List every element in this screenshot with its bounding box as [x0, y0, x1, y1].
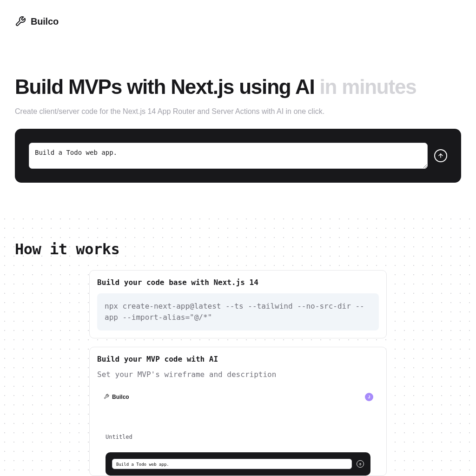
- step-card-1: Build your code base with Next.js 14 npx…: [89, 270, 387, 338]
- wrench-icon: [15, 16, 26, 27]
- hero-title-suffix: in minutes: [320, 75, 416, 98]
- prompt-input[interactable]: [29, 143, 428, 169]
- preview-body: Untitled: [97, 401, 379, 476]
- preview-brand-wrap: Builco: [104, 393, 129, 401]
- step-card-2: Build your MVP code with AI Set your MVP…: [89, 347, 387, 476]
- hero-subtitle: Create client/server code for the Next.j…: [15, 107, 461, 116]
- preview-brand: Builco: [112, 394, 129, 400]
- avatar: J: [365, 393, 373, 401]
- header: Builco: [0, 0, 476, 38]
- how-it-works-section: How it works Build your code base with N…: [0, 214, 476, 476]
- step-1-title: Build your code base with Next.js 14: [97, 278, 379, 287]
- hero: Build MVPs with Next.js using AI in minu…: [0, 38, 476, 116]
- prompt-card: [15, 129, 461, 183]
- step-2-desc: Set your MVP's wireframe and description: [97, 370, 379, 379]
- brand-name: Builco: [31, 16, 59, 27]
- preview-prompt-card: [106, 452, 370, 476]
- hero-title: Build MVPs with Next.js using AI in minu…: [15, 75, 461, 99]
- step-2-title: Build your MVP code with AI: [97, 355, 379, 364]
- submit-button[interactable]: [434, 149, 447, 162]
- hero-title-main: Build MVPs with Next.js using AI: [15, 75, 320, 98]
- preview-header: Builco J: [97, 390, 379, 401]
- preview-doc-title: Untitled: [106, 434, 370, 440]
- preview-shell: Builco J Untitled: [97, 385, 379, 476]
- step-1-code-block: npx create-next-app@latest --ts --tailwi…: [97, 293, 379, 331]
- preview-prompt-input: [112, 459, 352, 469]
- wrench-icon: [104, 393, 109, 401]
- how-it-works-title: How it works: [15, 240, 461, 258]
- preview-submit-button: [357, 460, 364, 468]
- arrow-up-icon: [437, 152, 444, 159]
- arrow-up-icon: [358, 460, 362, 468]
